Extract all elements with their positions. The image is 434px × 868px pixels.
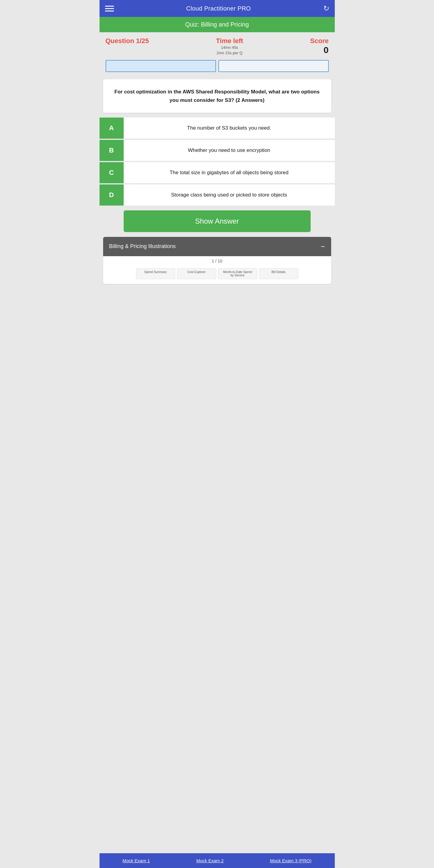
preview-tab-2[interactable]: Cost Explorer xyxy=(177,268,216,279)
score-label: Score xyxy=(310,37,328,45)
refresh-icon[interactable]: ↻ xyxy=(323,4,329,13)
score-value: 0 xyxy=(310,45,328,55)
quiz-title: Quiz: Billing and Pricing xyxy=(99,17,335,32)
preview-tab-1[interactable]: Spend Summary xyxy=(136,268,175,279)
options-container: A The number of S3 buckets you need. B W… xyxy=(99,118,335,206)
option-text-d: Storage class being used or picked to st… xyxy=(124,184,335,206)
bottom-nav-mock-exam-1[interactable]: Mock Exam 1 xyxy=(119,857,153,864)
illustrations-title: Billing & Pricing Illustrations xyxy=(109,243,176,250)
option-text-c: The total size in gigabytes of all objec… xyxy=(124,162,335,183)
bottom-nav: Mock Exam 1 Mock Exam 2 Mock Exam 3 (PRO… xyxy=(99,853,335,868)
illustrations-collapse-icon[interactable]: − xyxy=(321,242,325,251)
question-text: For cost optimization in the AWS Shared … xyxy=(110,88,324,104)
illustrations-pagination: 1 / 10 xyxy=(103,256,331,266)
option-row-b[interactable]: B Whether you need to use encryption xyxy=(99,140,335,161)
option-row-a[interactable]: A The number of S3 buckets you need. xyxy=(99,118,335,139)
option-row-c[interactable]: C The total size in gigabytes of all obj… xyxy=(99,162,335,184)
question-card: For cost optimization in the AWS Shared … xyxy=(103,79,331,113)
option-text-b: Whether you need to use encryption xyxy=(124,140,335,161)
option-letter-c: C xyxy=(99,162,124,183)
option-row-d[interactable]: D Storage class being used or picked to … xyxy=(99,184,335,206)
bottom-nav-mock-exam-2[interactable]: Mock Exam 2 xyxy=(193,857,227,864)
option-letter-a: A xyxy=(99,118,124,138)
preview-tab-4[interactable]: Bill Details xyxy=(259,268,298,279)
illustrations-header: Billing & Pricing Illustrations − xyxy=(103,237,331,256)
show-answer-button[interactable]: Show Answer xyxy=(124,210,311,232)
time-label: Time left xyxy=(216,37,243,45)
progress-bars xyxy=(99,58,335,77)
option-letter-d: D xyxy=(99,184,124,206)
score-block: Score 0 xyxy=(310,37,328,55)
bottom-nav-mock-exam-3[interactable]: Mock Exam 3 (PRO) xyxy=(266,857,315,864)
hamburger-menu[interactable] xyxy=(105,6,114,11)
progress-bar-1 xyxy=(106,60,216,72)
time-block: Time left 14mn 45s 2mn 15s per Q xyxy=(216,37,243,56)
progress-bar-2 xyxy=(219,60,329,72)
option-text-a: The number of S3 buckets you need. xyxy=(124,118,335,138)
option-letter-b: B xyxy=(99,140,124,161)
preview-tab-3[interactable]: Month-to-Date Spend by Service xyxy=(218,268,257,279)
stats-row: Question 1/25 Time left 14mn 45s 2mn 15s… xyxy=(99,32,335,58)
app-title: Cloud Practitioner PRO xyxy=(186,5,251,12)
time-value: 14mn 45s 2mn 15s per Q xyxy=(216,45,243,56)
app-header: Cloud Practitioner PRO ↻ xyxy=(99,0,335,17)
question-counter: Question 1/25 xyxy=(106,37,149,45)
illustrations-card: Billing & Pricing Illustrations − 1 / 10… xyxy=(103,237,331,284)
illustrations-preview: Spend Summary Cost Explorer Month-to-Dat… xyxy=(103,266,331,284)
